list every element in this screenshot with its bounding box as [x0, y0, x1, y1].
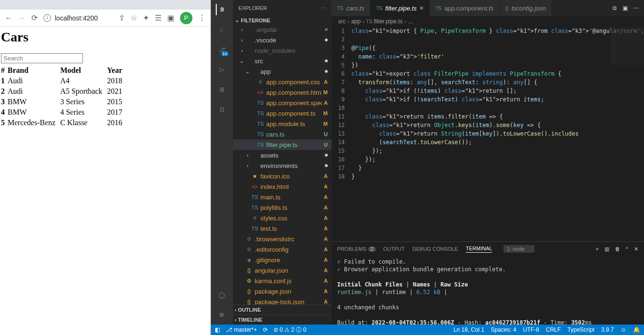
- editor-tab[interactable]: TSfilter.pipe.ts×: [371, 0, 430, 16]
- file-tree-item[interactable]: #styles.cssA: [233, 213, 332, 223]
- close-icon[interactable]: ×: [420, 4, 423, 12]
- menu-icon[interactable]: ⋮: [198, 13, 206, 22]
- share-icon[interactable]: ⇪: [119, 13, 125, 22]
- layout-icon[interactable]: ▣: [623, 5, 628, 11]
- editor-area: TScars.tsTSfilter.pipe.ts×TSapp.componen…: [332, 0, 644, 325]
- file-tree-item[interactable]: TSapp.module.tsM: [233, 118, 332, 129]
- file-tree-item[interactable]: {}package-lock.jsonA: [233, 296, 332, 305]
- file-tree-item[interactable]: ›.angular: [233, 24, 332, 35]
- sidebar-title: EXPLORER ⋯: [233, 0, 332, 16]
- feedback-icon[interactable]: ☺: [621, 326, 626, 333]
- page-title: Cars: [1, 30, 210, 45]
- file-tree-item[interactable]: TSfilter.pipe.tsU: [233, 139, 332, 150]
- url-bar[interactable]: i localhost:4200: [43, 14, 113, 22]
- close-panel-icon[interactable]: ✕: [634, 246, 638, 252]
- file-tree-item[interactable]: <>index.htmlA: [233, 181, 332, 192]
- bookmark-icon[interactable]: ☆: [131, 13, 137, 22]
- remote-icon[interactable]: ⊡: [216, 104, 228, 115]
- breadcrumb[interactable]: src›app›TS filter.pipe.ts›...: [332, 16, 644, 27]
- language-indicator[interactable]: TypeScript: [567, 326, 594, 333]
- vscode-window: 🗎 ⌕ ⎇14 ▷ ⊞ ⊡ ◯ ⚙ EXPLORER ⋯ ⌄FILTERONE …: [211, 0, 644, 335]
- table-row: 5Mercedes-BenzC Klasse2016: [1, 118, 127, 128]
- search-input[interactable]: [1, 53, 83, 63]
- indent-indicator[interactable]: Spaces: 4: [491, 326, 516, 333]
- reload-icon[interactable]: ⟳: [31, 13, 38, 22]
- terminal-output[interactable]: ✗ Failed to compile.✓ Browser applicatio…: [332, 256, 644, 325]
- settings-icon[interactable]: ⚙: [216, 309, 228, 321]
- file-tree-item[interactable]: ⚙.editorconfigA: [233, 244, 332, 255]
- split-icon[interactable]: ⧉: [613, 5, 617, 11]
- file-tree-item[interactable]: ★favicon.icoA: [233, 171, 332, 181]
- file-tree-item[interactable]: ◆.gitignoreA: [233, 255, 332, 265]
- sync-icon[interactable]: ⟳: [263, 326, 268, 333]
- tab-debug[interactable]: DEBUG CONSOLE: [413, 246, 458, 252]
- terminal-select[interactable]: 1: node: [503, 245, 534, 253]
- editor-tab[interactable]: {}tsconfig.json: [500, 0, 552, 16]
- explorer-icon[interactable]: 🗎: [216, 4, 227, 15]
- tab-output[interactable]: OUTPUT: [383, 246, 405, 252]
- file-tree-item[interactable]: ⚙.browserslistrcA: [233, 234, 332, 244]
- file-tree-item[interactable]: ›node_modules: [233, 45, 332, 56]
- file-tree-item[interactable]: TStest.tsA: [233, 223, 332, 234]
- file-tree-item[interactable]: ›assets: [233, 150, 332, 160]
- debug-icon[interactable]: ▷: [216, 64, 228, 75]
- extensions-icon[interactable]: ⊞: [216, 84, 228, 95]
- file-tree-item[interactable]: ⚙karma.conf.jsA: [233, 276, 332, 286]
- timeline-section[interactable]: › TIMELINE: [233, 315, 332, 325]
- bell-icon[interactable]: 🔔: [633, 326, 640, 333]
- new-terminal-icon[interactable]: +: [595, 246, 598, 252]
- remote-indicator[interactable]: ◧: [215, 326, 220, 333]
- table-row: 4BMW4 Series2017: [1, 107, 127, 118]
- table-header: Model: [60, 65, 107, 76]
- file-tree-item[interactable]: <>app.component.htmlM: [233, 87, 332, 98]
- file-tree-item[interactable]: ›.vscode: [233, 35, 332, 45]
- version-indicator[interactable]: 3.9.7: [601, 326, 614, 333]
- scm-icon[interactable]: ⎇14: [216, 44, 228, 55]
- minimap[interactable]: [611, 27, 644, 65]
- table-header: Brand: [8, 65, 60, 76]
- file-tree-item[interactable]: ›environments: [233, 160, 332, 171]
- more-icon[interactable]: ⋯: [321, 5, 326, 11]
- tab-more-icon[interactable]: ⋯: [634, 5, 639, 11]
- profile-avatar[interactable]: P: [180, 12, 192, 24]
- code-editor[interactable]: 123456789101112131415161718 class="k1">i…: [332, 27, 644, 241]
- info-icon[interactable]: i: [43, 14, 51, 22]
- panel-icon[interactable]: ▣: [167, 13, 174, 22]
- branch-indicator[interactable]: ⎇ master*+: [226, 326, 257, 333]
- tab-actions: ⧉ ▣ ⋯: [608, 0, 644, 16]
- editor-tab[interactable]: TScars.ts: [332, 0, 371, 16]
- file-tree-item[interactable]: #app.component.cssA: [233, 77, 332, 87]
- file-tree-item[interactable]: ⌄src: [233, 56, 332, 66]
- table-row: 2AudiA5 Sportback2021: [1, 86, 127, 97]
- file-tree-item[interactable]: TSpolyfills.tsA: [233, 202, 332, 213]
- split-terminal-icon[interactable]: ▥: [604, 246, 609, 252]
- file-tree-item[interactable]: TScars.tsU: [233, 129, 332, 139]
- file-tree-item[interactable]: {}angular.jsonA: [233, 265, 332, 276]
- tab-terminal[interactable]: TERMINAL: [466, 246, 493, 253]
- file-tree-item[interactable]: {}package.jsonA: [233, 286, 332, 296]
- account-icon[interactable]: ◯: [216, 289, 228, 301]
- eol-indicator[interactable]: CRLF: [546, 326, 561, 333]
- cursor-position[interactable]: Ln 18, Col 1: [453, 326, 484, 333]
- file-tree-item[interactable]: TSapp.component.tsM: [233, 108, 332, 118]
- back-icon[interactable]: ←: [5, 14, 12, 22]
- extensions-icon[interactable]: ✦: [143, 13, 149, 22]
- reading-list-icon[interactable]: ☰: [155, 13, 161, 22]
- encoding-indicator[interactable]: UTF-8: [523, 326, 539, 333]
- kill-terminal-icon[interactable]: 🗑: [615, 246, 620, 252]
- table-header: #: [1, 65, 8, 76]
- file-tree-item[interactable]: TSmain.tsA: [233, 192, 332, 202]
- errors-indicator[interactable]: ⊘ 0 ⚠ 2 ⓘ 0: [273, 326, 307, 334]
- url-text: localhost:4200: [55, 14, 98, 22]
- file-tree-item[interactable]: TSapp.component.spec.tsA: [233, 98, 332, 108]
- outline-section[interactable]: › OUTLINE: [233, 305, 332, 315]
- search-icon[interactable]: ⌕: [216, 24, 228, 35]
- tab-problems[interactable]: PROBLEMS2: [337, 246, 376, 252]
- file-tree-item[interactable]: ⌄app: [233, 66, 332, 77]
- code-lines[interactable]: class="k1">import { Pipe, PipeTransform …: [352, 27, 644, 241]
- maximize-icon[interactable]: ^: [626, 246, 628, 252]
- activity-bar: 🗎 ⌕ ⎇14 ▷ ⊞ ⊡ ◯ ⚙: [211, 0, 233, 325]
- editor-tab[interactable]: TSapp.component.ts: [430, 0, 500, 16]
- project-header[interactable]: ⌄FILTERONE: [233, 16, 332, 24]
- forward-icon[interactable]: →: [18, 14, 26, 22]
